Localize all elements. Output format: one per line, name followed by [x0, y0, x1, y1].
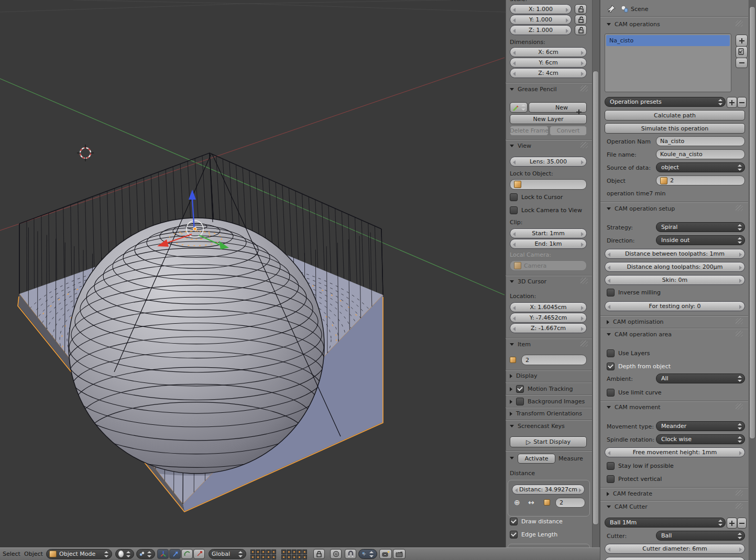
viewport-shading-dropdown[interactable]	[115, 549, 134, 559]
cursor-target-icon[interactable]: ⊕	[514, 498, 520, 507]
depth-from-object-checkbox[interactable]: Depth from object	[607, 363, 671, 370]
protect-vertical-checkbox[interactable]: Protect vertical	[607, 475, 662, 483]
add-cutter-preset-button[interactable]	[727, 518, 737, 529]
panel-header-cam-operations[interactable]: CAM operations	[607, 21, 660, 28]
checkbox-icon[interactable]	[607, 289, 615, 297]
layers-grid-1[interactable]	[250, 550, 276, 559]
measure-object-field[interactable]: 2	[555, 498, 585, 508]
panel-header-grease-pencil[interactable]: Grease Pencil	[510, 86, 556, 93]
panel-header-cam-operation-setup[interactable]: CAM operation setup	[607, 205, 675, 212]
use-limit-curve-checkbox[interactable]: Use limit curve	[607, 389, 662, 397]
collapse-icon[interactable]	[510, 457, 514, 459]
panel-header-background-images[interactable]: Background Images	[510, 398, 585, 405]
cam-operations-list[interactable]: Na_cisto	[605, 34, 731, 92]
clip-end-field[interactable]: End: 1km	[510, 239, 587, 249]
manipulator-toggle-button[interactable]	[157, 549, 169, 559]
dim-y-field[interactable]: Y: 6cm	[510, 58, 587, 68]
cutter-preset-dropdown[interactable]: Ball 1Mm	[605, 518, 726, 528]
item-name-field[interactable]: 2	[521, 355, 587, 365]
checkbox-icon[interactable]	[607, 389, 615, 397]
scale-z-field[interactable]: Z: 1.000	[510, 25, 572, 35]
layer-cell[interactable]	[287, 555, 291, 559]
render-animation-button[interactable]	[393, 549, 406, 559]
operation-presets-dropdown[interactable]: Operation presets	[605, 97, 726, 107]
free-movement-height-field[interactable]: Free movement height: 1mm	[605, 447, 745, 457]
panel-header-3d-cursor[interactable]: 3D Cursor	[510, 278, 546, 285]
cursor-x-field[interactable]: X: 1.6045cm	[510, 302, 587, 312]
panel-header-cam-operation-area[interactable]: CAM operation area	[607, 331, 672, 338]
scale-manipulator-button[interactable]	[193, 549, 205, 559]
grease-pencil-new-button[interactable]: New	[529, 102, 587, 113]
panel-header-item[interactable]: Item	[510, 341, 531, 348]
object-field[interactable]: 2	[656, 175, 745, 185]
panel-header-screencast-keys[interactable]: Screencast Keys	[510, 423, 565, 430]
cutter-type-dropdown[interactable]: Ball	[656, 531, 745, 541]
layer-cell[interactable]	[250, 555, 255, 559]
convert-button[interactable]: Convert	[550, 126, 587, 136]
layer-cell[interactable]	[271, 550, 276, 554]
transform-orientation-dropdown[interactable]: Global	[209, 549, 246, 559]
operation-name-field[interactable]: Na_cisto	[656, 136, 745, 146]
add-preset-button[interactable]	[727, 97, 737, 108]
clip-start-field[interactable]: Start: 1mm	[510, 228, 587, 238]
remove-operation-button[interactable]	[736, 58, 748, 68]
panel-header-cam-feedrate[interactable]: CAM feedrate	[607, 490, 652, 497]
move-axis-icon[interactable]: ↔	[528, 498, 534, 507]
dim-x-field[interactable]: X: 6cm	[510, 47, 587, 57]
panel-header-display[interactable]: Display	[510, 372, 538, 379]
pivot-point-dropdown[interactable]	[136, 549, 155, 559]
layer-cell[interactable]	[287, 550, 291, 554]
add-operation-button[interactable]	[736, 35, 748, 47]
breadcrumb[interactable]: Scene	[631, 6, 649, 13]
cutter-diameter-field[interactable]: Cutter diameter: 6mm	[605, 544, 745, 554]
movement-type-dropdown[interactable]: Meander	[656, 421, 745, 431]
layer-cell[interactable]	[261, 555, 266, 559]
measure-activate-button[interactable]: Activate	[518, 454, 555, 464]
partial-field[interactable]	[605, 557, 745, 560]
layer-cell[interactable]	[302, 555, 307, 559]
checkbox-icon[interactable]	[607, 349, 615, 357]
layer-cell[interactable]	[297, 555, 302, 559]
layers-grid-2[interactable]	[281, 550, 307, 559]
checkbox-icon[interactable]	[607, 475, 615, 483]
scale-z-lock-button[interactable]	[575, 25, 587, 35]
strategy-dropdown[interactable]: Spiral	[656, 222, 745, 232]
render-opengl-button[interactable]	[379, 549, 392, 559]
layer-cell[interactable]	[302, 550, 307, 554]
list-item-selected[interactable]: Na_cisto	[606, 35, 730, 46]
new-layer-button[interactable]: New Layer	[510, 114, 587, 124]
distance-value-field[interactable]: Distanc: 34.9927cm	[512, 485, 585, 495]
cursor-y-field[interactable]: Y: -7.4652cm	[510, 313, 587, 323]
viewport-3d[interactable]	[0, 0, 506, 547]
scale-y-lock-button[interactable]	[575, 15, 587, 25]
properties-scrollbar-thumb[interactable]	[749, 6, 755, 439]
layer-cell[interactable]	[297, 550, 302, 554]
source-of-data-dropdown[interactable]: object	[656, 162, 745, 172]
draw-distance-checkbox[interactable]: Draw distance	[510, 518, 563, 525]
panel-header-cam-optimisation[interactable]: CAM optimisation	[607, 319, 664, 325]
layer-cell[interactable]	[271, 555, 276, 559]
snap-toggle-button[interactable]	[345, 549, 356, 559]
layer-cell[interactable]	[292, 550, 297, 554]
grease-pencil-source-dropdown[interactable]	[510, 102, 528, 113]
ambient-dropdown[interactable]: All	[656, 374, 745, 383]
stay-low-checkbox[interactable]: Stay low if possible	[607, 462, 674, 470]
layer-cell[interactable]	[281, 555, 286, 559]
pin-icon[interactable]	[607, 4, 616, 14]
inverse-milling-checkbox[interactable]: Inverse milling	[607, 289, 661, 297]
layer-cell[interactable]	[256, 555, 260, 559]
file-name-field[interactable]: Koule_na_cisto	[656, 149, 745, 159]
dome-surface[interactable]	[69, 218, 324, 474]
local-camera-field[interactable]: Camera	[510, 260, 587, 271]
start-display-button[interactable]: ▷ Start Display	[510, 436, 587, 447]
remove-preset-button[interactable]	[737, 97, 747, 108]
layer-cell[interactable]	[261, 550, 266, 554]
mode-dropdown[interactable]: Object Mode	[46, 549, 112, 559]
checkbox-icon[interactable]	[510, 206, 518, 214]
snap-element-dropdown[interactable]	[358, 549, 377, 559]
scale-x-lock-button[interactable]	[575, 4, 587, 14]
n-panel-scrollbar-thumb[interactable]	[593, 71, 599, 525]
panel-header-transform-orientations[interactable]: Transform Orientations	[510, 410, 582, 417]
use-layers-checkbox[interactable]: Use Layers	[607, 349, 650, 357]
layer-cell[interactable]	[292, 555, 297, 559]
